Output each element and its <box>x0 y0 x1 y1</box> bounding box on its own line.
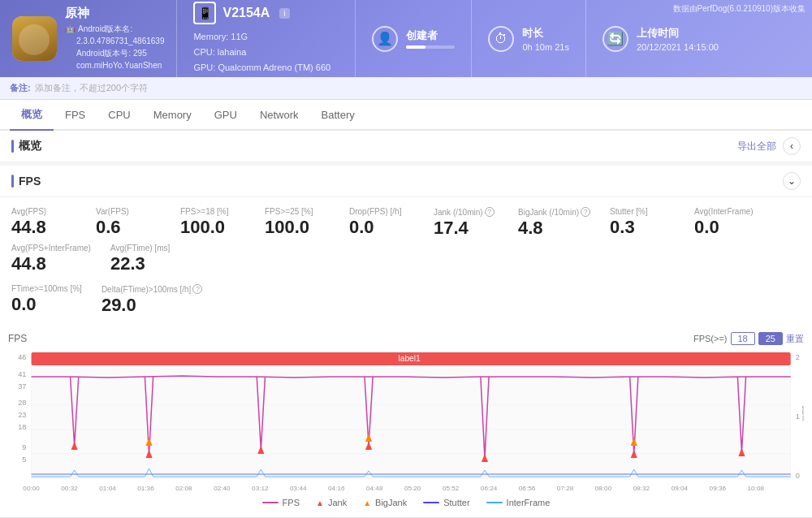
metric-avg-ftime-value: 22.3 <box>110 255 175 273</box>
delta-ftime-info-icon[interactable]: ? <box>192 284 202 294</box>
metric-avg-ftime-label: Avg(FTime) [ms] <box>110 244 175 253</box>
svg-text:23: 23 <box>18 411 26 419</box>
chart-reset-button[interactable]: 重置 <box>786 333 804 345</box>
svg-text:09:36: 09:36 <box>710 485 727 492</box>
svg-text:03:12: 03:12 <box>252 485 269 492</box>
metric-stutter: Stutter [%] 0.3 <box>610 207 675 237</box>
svg-text:08:32: 08:32 <box>633 485 650 492</box>
chart-header: FPS FPS(>=) 18 25 重置 <box>8 332 804 345</box>
metric-stutter-value: 0.3 <box>610 218 675 236</box>
metric-jank: Jank (/10min) ? 17.4 <box>434 207 499 237</box>
tab-gpu[interactable]: GPU <box>203 100 248 131</box>
metric-delta-ftime: Delta(FTime)>100ms [/h] ? 29.0 <box>102 284 203 314</box>
svg-text:5: 5 <box>22 455 26 464</box>
metric-bigjank-label: BigJank (/10min) ? <box>518 207 590 217</box>
svg-text:06:56: 06:56 <box>519 485 536 492</box>
svg-text:09:04: 09:04 <box>672 485 689 492</box>
svg-text:9: 9 <box>22 443 26 451</box>
tab-memory[interactable]: Memory <box>142 100 203 131</box>
device-name: V2154A <box>222 6 270 20</box>
fps-chart-svg: 46 41 37 28 23 18 9 5 2 1 0 Jank <box>8 348 804 494</box>
notes-hint[interactable]: 添加备注，不超过200个字符 <box>35 82 148 94</box>
legend-jank: ▲ Jank <box>316 498 347 507</box>
export-all-button[interactable]: 导出全部 <box>737 140 776 153</box>
fps-25-button[interactable]: 25 <box>758 332 783 345</box>
svg-text:46: 46 <box>18 353 26 361</box>
device-info-panel: 📱 V2154A i Memory: 11G CPU: lahaina GPU:… <box>177 0 356 77</box>
metric-avg-interframe-label: Avg(InterFrame) <box>694 207 759 216</box>
fps-section-header: FPS ⌄ <box>0 166 812 197</box>
svg-text:00:32: 00:32 <box>61 485 78 492</box>
metric-drop-fps: Drop(FPS) [/h] 0.0 <box>349 207 414 237</box>
svg-text:2: 2 <box>796 353 800 361</box>
app-android-sdk: Android版本号: 295 <box>65 47 164 59</box>
metric-fps18: FPS>=18 [%] 100.0 <box>180 207 245 237</box>
upload-label: 上传时间 <box>637 26 719 41</box>
svg-text:02:40: 02:40 <box>214 485 231 492</box>
bigjank-info-icon[interactable]: ? <box>581 207 590 217</box>
jank-info-icon[interactable]: ? <box>485 207 495 217</box>
tab-battery[interactable]: Battery <box>310 100 366 131</box>
svg-text:10:08: 10:08 <box>748 485 765 492</box>
legend-fps-label: FPS <box>283 498 300 507</box>
expand-fps-button[interactable]: ⌄ <box>783 172 801 190</box>
app-name: 原神 <box>65 6 164 21</box>
duration-label: 时长 <box>522 26 568 41</box>
metric-bigjank: BigJank (/10min) ? 4.8 <box>518 207 590 237</box>
legend-jank-label: Jank <box>328 498 347 507</box>
expand-overview-button[interactable]: ‹ <box>783 137 801 155</box>
metric-drop-fps-value: 0.0 <box>349 218 414 236</box>
metric-fps25-label: FPS>=25 [%] <box>265 207 330 216</box>
metric-avg-fps-value: 44.8 <box>11 218 76 236</box>
legend-interframe-color <box>486 502 503 503</box>
metric-var-fps: Var(FPS) 0.6 <box>96 207 161 237</box>
metric-fps18-label: FPS>=18 [%] <box>180 207 245 216</box>
tab-network[interactable]: Network <box>248 100 310 131</box>
fps-section-title: FPS <box>11 175 41 188</box>
legend-fps: FPS <box>262 498 300 507</box>
svg-text:04:48: 04:48 <box>366 485 383 492</box>
main-content: 概览 导出全部 ‹ FPS ⌄ Avg(FPS) 44.8 <box>0 131 812 518</box>
metric-var-fps-value: 0.6 <box>96 218 161 236</box>
device-info-tag[interactable]: i <box>279 8 289 19</box>
legend-jank-arrow: ▲ <box>316 499 324 507</box>
svg-rect-13 <box>32 352 791 478</box>
svg-text:label1: label1 <box>398 354 421 363</box>
fps-metrics-grid: Avg(FPS) 44.8 Var(FPS) 0.6 FPS>=18 [%] 1… <box>0 197 812 284</box>
metric-stutter-label: Stutter [%] <box>610 207 675 216</box>
metric-ftime100: FTime>=100ms [%] 0.0 <box>11 284 82 314</box>
svg-text:05:20: 05:20 <box>404 485 421 492</box>
duration-stat: ⏱ 时长 0h 10m 21s <box>472 0 585 77</box>
svg-text:28: 28 <box>18 399 26 407</box>
tab-navigation: 概览 FPS CPU Memory GPU Network Battery <box>0 100 812 131</box>
metric-fps25: FPS>=25 [%] 100.0 <box>265 207 330 237</box>
svg-text:1: 1 <box>796 412 800 421</box>
metric-avg-fps: Avg(FPS) 44.8 <box>11 207 76 237</box>
tab-cpu[interactable]: CPU <box>97 100 141 131</box>
tab-fps[interactable]: FPS <box>54 100 97 131</box>
svg-text:01:36: 01:36 <box>137 485 154 492</box>
fps-chart[interactable]: 46 41 37 28 23 18 9 5 2 1 0 Jank <box>8 348 804 494</box>
legend-bigjank: ▲ BigJank <box>363 498 407 507</box>
metric-jank-label: Jank (/10min) ? <box>434 207 499 217</box>
app-android-version-label: 🤖 Android版本名: <box>65 23 164 35</box>
metric-jank-value: 17.4 <box>434 219 499 237</box>
fps-18-button[interactable]: 18 <box>731 332 755 345</box>
device-icon: 📱 <box>193 2 216 24</box>
svg-text:01:04: 01:04 <box>99 485 116 492</box>
svg-text:41: 41 <box>18 370 26 378</box>
data-source-label: 数据由PerfDog(6.0.210910)版本收集 <box>673 3 806 15</box>
creator-bar <box>406 45 455 49</box>
metric-avg-interframe-value: 0.0 <box>694 218 759 236</box>
device-gpu: GPU: Qualcomm Adreno (TM) 660 <box>193 60 339 76</box>
legend-stutter-color <box>423 502 439 503</box>
tab-overview[interactable]: 概览 <box>10 100 54 131</box>
svg-text:04:16: 04:16 <box>328 485 345 492</box>
svg-text:06:24: 06:24 <box>481 485 498 492</box>
svg-text:0: 0 <box>796 472 800 480</box>
app-info-panel: 原神 🤖 Android版本名: 2.3.0.4786731_4861639 A… <box>0 0 177 77</box>
fps-controls: FPS(>=) 18 25 重置 <box>693 332 804 345</box>
svg-text:Jank: Jank <box>801 406 804 421</box>
svg-text:02:08: 02:08 <box>175 485 192 492</box>
app-package: com.miHoYo.YuanShen <box>65 59 164 71</box>
